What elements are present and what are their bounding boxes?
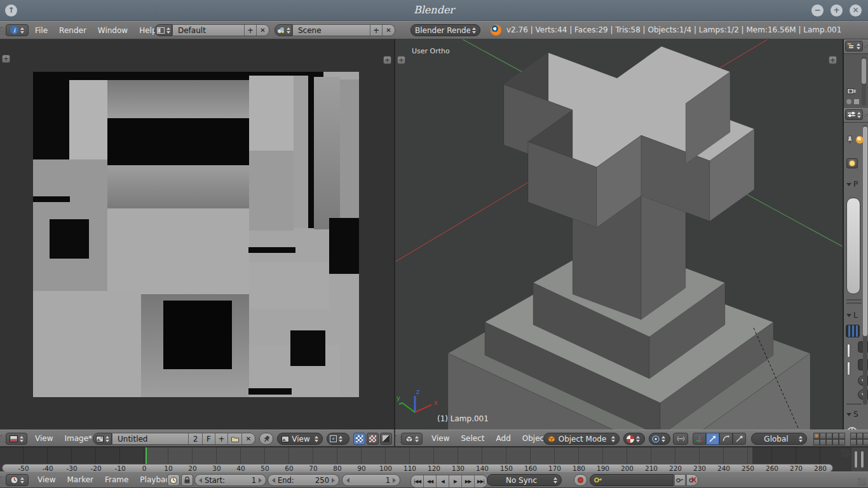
layer-toggle[interactable] (857, 439, 863, 445)
jump-to-start-button[interactable]: |◀◀ (411, 475, 424, 487)
end-frame-slider[interactable]: End: 250 (268, 474, 339, 486)
layer-toggle[interactable] (813, 433, 820, 439)
uv-image-editor-canvas[interactable]: + + (0, 39, 394, 430)
menu-view[interactable]: View (29, 430, 58, 447)
prev-keyframe-button[interactable]: ◀◀ (424, 475, 437, 487)
window-minimize-button[interactable]: − (811, 4, 824, 17)
delete-keyframe-button[interactable] (686, 474, 698, 486)
panel-preview-label[interactable]: P (846, 180, 858, 189)
outliner-scrollbar[interactable] (862, 57, 866, 105)
outliner-scrollbar-thumb[interactable] (862, 58, 866, 84)
image-display-dropdown[interactable]: View (277, 433, 323, 445)
translate-manipulator-button[interactable] (706, 433, 719, 445)
screen-layout-browse-button[interactable] (154, 24, 172, 36)
image-name-field[interactable]: Untitled (112, 433, 189, 444)
playback-range-clock-toggle[interactable] (167, 474, 180, 486)
value-slider[interactable] (847, 344, 850, 358)
current-frame-field[interactable]: 1 (342, 474, 400, 486)
next-keyframe-button[interactable]: ▶▶ (462, 475, 475, 487)
lamp-preview-swatch[interactable] (846, 198, 860, 294)
region-expand-button[interactable]: + (397, 56, 405, 64)
layer-toggle[interactable] (857, 433, 863, 439)
window-close-button[interactable]: ✕ (850, 4, 862, 17)
current-frame-marker[interactable] (146, 447, 147, 464)
auto-keyframe-record-button[interactable] (574, 474, 587, 486)
unlink-image-button[interactable]: ✕ (242, 433, 255, 444)
jump-to-end-button[interactable]: ▶▶| (475, 475, 487, 487)
layer-toggle[interactable] (820, 439, 826, 445)
value-slider[interactable] (847, 362, 850, 376)
layer-toggle[interactable] (863, 433, 868, 439)
transform-orientation-dropdown[interactable]: Global (751, 433, 807, 445)
layer-toggle[interactable] (832, 433, 839, 439)
draw-zbuffer-toggle[interactable] (380, 433, 392, 445)
lamp-preview-button[interactable] (846, 158, 858, 168)
menu-select[interactable]: Select (455, 430, 490, 447)
menu-marker[interactable]: Marker (61, 471, 98, 488)
scrollbar-pill[interactable] (854, 451, 858, 468)
draw-color-alpha-toggle[interactable] (353, 433, 365, 445)
layer-toggle[interactable] (832, 439, 839, 445)
layer-toggle[interactable] (839, 439, 845, 445)
pin-icon[interactable] (846, 135, 854, 144)
mode-dropdown[interactable]: Object Mode (543, 433, 620, 445)
menu-add[interactable]: Add (491, 430, 517, 447)
scale-manipulator-button[interactable] (733, 433, 746, 445)
region-expand-button[interactable]: + (383, 56, 391, 64)
scene-browse-button[interactable] (275, 24, 292, 36)
layer-toggle[interactable] (850, 439, 857, 445)
corner-grip-icon[interactable] (860, 40, 868, 48)
properties-scrollbar-thumb[interactable] (863, 126, 867, 336)
menu-image[interactable]: Image* (58, 430, 98, 447)
layer-toggle[interactable] (826, 439, 832, 445)
menu-file[interactable]: File (29, 22, 53, 39)
manipulator-toggle-button[interactable] (693, 433, 706, 445)
open-image-button[interactable] (228, 433, 242, 444)
layer-toggle[interactable] (826, 433, 832, 439)
layer-toggle[interactable] (813, 439, 820, 445)
timeline-ruler-area[interactable]: -50-40-30-20-100102030405060708090100110… (0, 447, 868, 471)
region-expand-button[interactable]: + (829, 56, 837, 64)
viewport-shading-dropdown[interactable] (623, 433, 645, 445)
panel-lamp-label[interactable]: L (846, 311, 858, 320)
menu-window[interactable]: Window (92, 22, 133, 39)
corner-grip-icon[interactable] (841, 449, 850, 457)
editor-type-selector-timeline[interactable] (6, 474, 29, 486)
insert-keyframe-button[interactable] (674, 474, 686, 486)
pin-image-button[interactable] (259, 433, 273, 445)
layer-toggle[interactable] (850, 433, 857, 439)
editor-type-selector-image[interactable] (6, 433, 27, 445)
pivot-center-dropdown[interactable] (649, 433, 670, 445)
proportional-edit-button[interactable] (673, 433, 688, 445)
layer-toggle[interactable] (839, 433, 845, 439)
render-engine-dropdown[interactable]: Blender Render (410, 24, 480, 36)
draw-alpha-toggle[interactable] (367, 433, 379, 445)
menu-frame[interactable]: Frame (99, 471, 134, 488)
screen-layout-add-button[interactable]: + (245, 25, 257, 36)
scene-add-button[interactable]: + (370, 25, 383, 36)
properties-body[interactable]: P L ▾ ▾ S (844, 123, 868, 430)
image-browse-button[interactable] (93, 433, 112, 445)
play-reverse-button[interactable]: ◀ (437, 475, 449, 487)
pivot-point-dropdown[interactable] (327, 433, 349, 445)
screen-layout-name-field[interactable]: Default (173, 25, 245, 36)
menu-view[interactable]: View (32, 471, 61, 488)
viewport-3d-canvas[interactable]: z x y User Ortho (1) Lamp.001 + + (395, 39, 843, 430)
sync-mode-dropdown[interactable]: No Sync (487, 474, 562, 486)
image-users-count-button[interactable]: 2 (189, 433, 203, 444)
lock-frame-toggle[interactable] (181, 474, 193, 486)
scene-name-field[interactable]: Scene (293, 25, 370, 36)
scrollbar-pill[interactable] (860, 451, 864, 468)
fake-user-button[interactable]: F (203, 433, 215, 444)
play-button[interactable]: ▶ (449, 475, 462, 487)
editor-type-selector-info[interactable]: i (6, 24, 29, 36)
editor-type-selector-3dview[interactable] (401, 433, 423, 445)
lamp-type-icon[interactable] (846, 325, 860, 337)
rotate-manipulator-button[interactable] (719, 433, 733, 445)
panel-shadow-label[interactable]: S (846, 410, 858, 419)
screen-layout-delete-button[interactable]: ✕ (257, 25, 269, 36)
start-frame-slider[interactable]: Start: 1 (194, 474, 266, 486)
region-expand-button[interactable]: + (2, 55, 10, 63)
keying-set-field[interactable] (590, 474, 674, 486)
scene-delete-button[interactable]: ✕ (383, 25, 395, 36)
